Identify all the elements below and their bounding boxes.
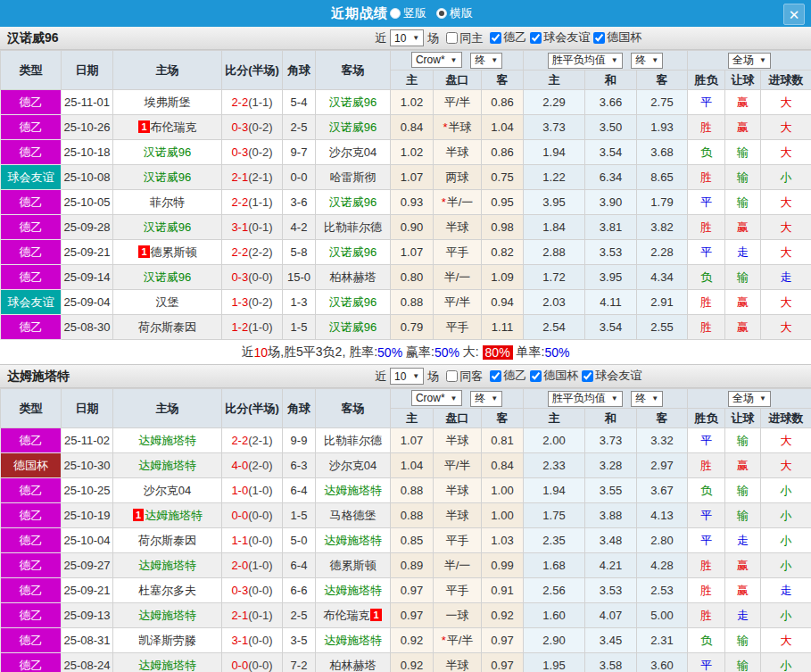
- halftime-score: (2-1): [248, 170, 272, 184]
- handicap-name: 平/半: [444, 95, 471, 109]
- league-filter[interactable]: 德乙: [486, 29, 526, 46]
- mean-source-select[interactable]: 胜平负均值▼: [548, 53, 623, 69]
- league-filter[interactable]: 德乙: [486, 368, 526, 384]
- date-cell: 25-10-25: [62, 478, 113, 503]
- match-type-cell: 德乙: [1, 240, 62, 265]
- mean-away-cell: 2.31: [637, 628, 688, 653]
- subcol-handicap-result: 让球: [725, 409, 761, 428]
- league-checkbox[interactable]: [490, 32, 501, 44]
- odds-source-select[interactable]: Crow*▼: [411, 52, 462, 68]
- mean-home-cell: 2.03: [524, 290, 585, 315]
- fulltime-score: 2-2: [231, 195, 248, 209]
- corners-cell: 6-4: [283, 478, 316, 503]
- rank-badge: 1: [138, 120, 149, 133]
- league-checkbox[interactable]: [530, 32, 542, 44]
- mean-home-cell: 3.95: [524, 190, 585, 215]
- league-filter[interactable]: 德国杯: [526, 368, 578, 384]
- match-type-cell: 德乙: [1, 628, 62, 653]
- same-venue-filter[interactable]: 同主: [443, 30, 483, 46]
- away-team-name: 沙尔克04: [329, 459, 377, 472]
- result-wdl-cell: 负: [688, 140, 725, 165]
- mean-away-cell: 3.82: [637, 215, 688, 240]
- summary-text: 近: [242, 344, 254, 361]
- result-goals-cell: 小: [761, 553, 811, 578]
- subcol-goals-result: 进球数: [761, 71, 811, 90]
- match-row: 德乙25-08-24达姆施塔特0-0(0-0)7-2柏林赫塔0.92半球0.97…: [1, 653, 811, 672]
- away-team-name: 汉诺威96: [329, 295, 377, 309]
- odds-home-cell: 0.97: [391, 578, 434, 603]
- date-cell: 25-11-01: [62, 90, 113, 115]
- mean-final-select[interactable]: 终▼: [631, 391, 663, 407]
- mean-final-select[interactable]: 终▼: [631, 53, 663, 69]
- mean-source-select[interactable]: 胜平负均值▼: [548, 391, 623, 407]
- league-filter[interactable]: 德国杯: [590, 29, 641, 46]
- mean-home-cell: 3.73: [524, 115, 585, 140]
- league-checkbox[interactable]: [593, 32, 605, 44]
- mean-home-cell: 1.84: [524, 215, 585, 240]
- result-goals-cell: 大: [761, 190, 811, 215]
- match-type-cell: 德乙: [1, 528, 62, 553]
- home-team-cell: 沙尔克04: [113, 478, 222, 503]
- summary-text: 10: [254, 345, 269, 360]
- league-checkbox[interactable]: [582, 370, 593, 382]
- handicap-name: 平手: [446, 320, 469, 334]
- league-filter[interactable]: 球会友谊: [578, 368, 641, 384]
- home-team-name: 达姆施塔特: [138, 659, 196, 672]
- subcol-handicap: 盘口: [434, 71, 482, 90]
- col-home: 主场: [113, 51, 222, 90]
- odds-group-header: Crow*▼ 终▼: [391, 389, 524, 409]
- same-venue-filter[interactable]: 同客: [443, 369, 483, 385]
- handicap-name: 平/半: [444, 459, 471, 472]
- odds-final-select[interactable]: 终▼: [470, 391, 502, 407]
- fulltime-score: 2-0: [231, 559, 248, 572]
- result-goals-cell: 小: [761, 503, 811, 528]
- score-cell: 1-3(0-2): [222, 290, 283, 315]
- col-corners: 角球: [283, 51, 316, 90]
- home-team-name: 荷尔斯泰因: [138, 534, 196, 547]
- radio-selected[interactable]: 横版: [436, 5, 473, 21]
- home-team-cell: 达姆施塔特: [113, 603, 222, 628]
- match-count-select[interactable]: 10▼: [390, 368, 424, 385]
- scope-select[interactable]: 全场▼: [728, 53, 771, 69]
- team-section: 达姆施塔特 近 10▼ 场 同客 德乙德国杯球会友谊 类型 日期 主场 比分(半…: [0, 365, 811, 672]
- close-button[interactable]: ✕: [783, 4, 805, 25]
- mean-group-header: 胜平负均值▼ 终▼: [524, 51, 688, 71]
- away-team-cell: 德累斯顿: [316, 553, 391, 578]
- score-cell: 2-1(2-1): [222, 165, 283, 190]
- handicap-name: 半球: [446, 220, 469, 234]
- same-venue-checkbox[interactable]: [446, 370, 458, 382]
- same-venue-checkbox[interactable]: [446, 32, 458, 44]
- league-filter[interactable]: 球会友谊: [526, 29, 590, 46]
- result-handicap-cell: 输: [725, 478, 761, 503]
- mean-away-cell: 2.97: [637, 453, 688, 478]
- date-cell: 25-08-30: [62, 315, 113, 340]
- section-header: 达姆施塔特 近 10▼ 场 同客 德乙德国杯球会友谊: [0, 365, 811, 388]
- away-team-cell: 马格德堡: [316, 503, 391, 528]
- result-handicap-cell: 输: [725, 265, 761, 290]
- result-wdl-cell: 胜: [688, 603, 725, 628]
- home-team-name: 沙尔克04: [144, 484, 191, 497]
- score-cell: 1-2(1-0): [222, 315, 283, 340]
- scope-select[interactable]: 全场▼: [728, 391, 771, 407]
- score-cell: 0-3(0-2): [222, 140, 283, 165]
- odds-source-select[interactable]: Crow*▼: [411, 390, 462, 406]
- league-checkbox[interactable]: [530, 370, 542, 382]
- handicap-cell: 半球: [434, 653, 482, 672]
- league-checkbox[interactable]: [490, 370, 501, 382]
- match-type-cell: 德乙: [1, 503, 62, 528]
- radio-icon[interactable]: [436, 8, 447, 19]
- mean-draw-cell: 3.28: [585, 453, 637, 478]
- away-team-name: 达姆施塔特: [324, 484, 382, 497]
- halftime-score: (0-1): [248, 220, 272, 234]
- away-team-name: 汉诺威96: [329, 95, 377, 109]
- halftime-score: (0-2): [248, 145, 272, 159]
- match-count-select[interactable]: 10▼: [390, 29, 424, 46]
- radio-option[interactable]: 竖版: [390, 5, 426, 21]
- odds-final-select[interactable]: 终▼: [470, 53, 502, 69]
- mean-home-cell: 1.60: [524, 603, 585, 628]
- chevron-down-icon: ▼: [759, 394, 766, 402]
- radio-icon[interactable]: [390, 8, 401, 19]
- halftime-score: (1-1): [248, 95, 272, 109]
- mean-home-cell: 1.22: [524, 165, 585, 190]
- result-goals-cell: 大: [761, 140, 811, 165]
